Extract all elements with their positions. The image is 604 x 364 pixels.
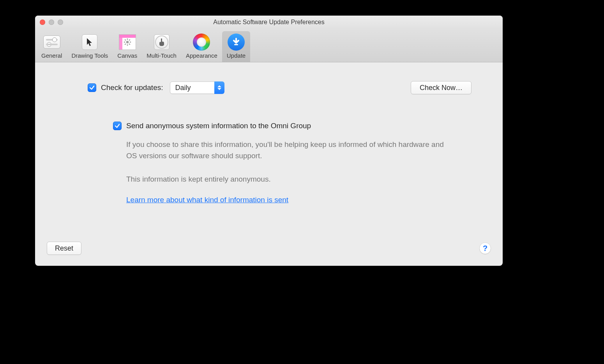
check-for-updates-checkbox[interactable] bbox=[88, 83, 96, 92]
reset-label: Reset bbox=[55, 244, 73, 253]
svg-line-8 bbox=[129, 39, 130, 41]
tab-canvas[interactable]: Canvas bbox=[113, 31, 142, 62]
learn-more-link[interactable]: Learn more about what kind of informatio… bbox=[126, 196, 288, 204]
tab-drawing-tools[interactable]: Drawing Tools bbox=[67, 31, 113, 62]
check-now-label: Check Now… bbox=[420, 84, 463, 92]
dropdown-arrows-icon bbox=[214, 81, 224, 94]
info-description-2: This information is kept entirely anonym… bbox=[126, 173, 448, 185]
update-pane: Check for updates: Daily Check Now… bbox=[35, 62, 503, 234]
tab-label: Canvas bbox=[117, 52, 137, 59]
window-title: Automatic Software Update Preferences bbox=[35, 19, 503, 26]
update-frequency-value: Daily bbox=[175, 84, 191, 92]
tab-label: Drawing Tools bbox=[71, 52, 108, 59]
cursor-icon bbox=[82, 34, 97, 50]
tab-appearance[interactable]: Appearance bbox=[181, 31, 222, 62]
check-for-updates-label: Check for updates: bbox=[101, 83, 163, 92]
svg-line-6 bbox=[129, 44, 130, 44]
tab-update[interactable]: Update bbox=[222, 31, 250, 62]
info-description-1: If you choose to share this information,… bbox=[126, 139, 448, 162]
download-icon bbox=[228, 34, 245, 51]
preferences-window: Automatic Software Update Preferences Ge… bbox=[35, 16, 503, 266]
svg-line-5 bbox=[125, 39, 126, 41]
close-window-button[interactable] bbox=[40, 19, 45, 25]
preferences-toolbar: General Drawing Tools bbox=[35, 29, 503, 62]
titlebar: Automatic Software Update Preferences bbox=[35, 16, 503, 29]
tab-label: Multi-Touch bbox=[147, 52, 177, 59]
pane-footer: Reset ? bbox=[35, 234, 503, 266]
window-controls bbox=[40, 19, 63, 25]
tab-general[interactable]: General bbox=[37, 31, 67, 62]
sliders-icon bbox=[43, 35, 60, 49]
update-frequency-select[interactable]: Daily bbox=[170, 81, 224, 94]
touch-icon bbox=[154, 34, 170, 50]
svg-point-0 bbox=[126, 41, 129, 44]
tab-multi-touch[interactable]: Multi-Touch bbox=[142, 31, 181, 62]
reset-button[interactable]: Reset bbox=[47, 242, 81, 255]
check-now-button[interactable]: Check Now… bbox=[411, 81, 472, 94]
tab-label: Appearance bbox=[186, 52, 217, 59]
svg-line-7 bbox=[125, 44, 126, 44]
tab-label: General bbox=[41, 52, 62, 59]
minimize-window-button[interactable] bbox=[49, 19, 54, 25]
help-icon: ? bbox=[483, 244, 487, 253]
send-system-info-checkbox[interactable] bbox=[113, 122, 122, 130]
send-system-info-label: Send anonymous system information to the… bbox=[126, 122, 311, 130]
svg-rect-9 bbox=[234, 44, 238, 45]
canvas-icon bbox=[119, 34, 136, 50]
help-button[interactable]: ? bbox=[479, 242, 491, 254]
zoom-window-button[interactable] bbox=[58, 19, 63, 25]
color-wheel-icon bbox=[193, 34, 210, 51]
tab-label: Update bbox=[227, 52, 245, 59]
